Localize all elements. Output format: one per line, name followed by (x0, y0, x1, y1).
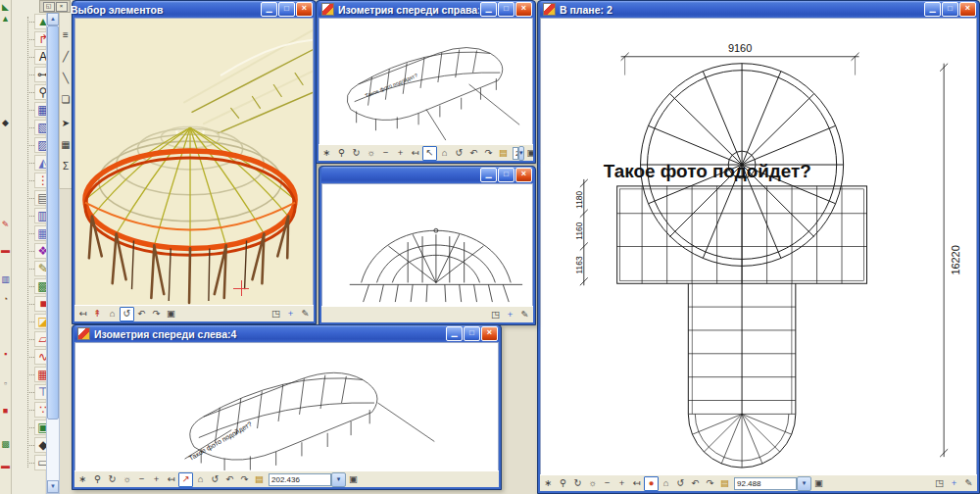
annotate-icon[interactable]: ✎ (298, 307, 313, 321)
lines-icon[interactable]: ≡ (60, 29, 72, 40)
table-icon[interactable]: ▥ (0, 274, 11, 284)
annotate-icon[interactable]: ✎ (517, 308, 532, 322)
pencil-icon[interactable]: ✎ (0, 220, 11, 229)
undo-view-icon[interactable]: ↶ (466, 146, 481, 161)
solids-icon[interactable]: ❏ (60, 94, 72, 105)
pan-icon[interactable]: ↤ (164, 472, 178, 487)
fit-view-icon[interactable]: ∗ (319, 146, 334, 161)
pot-icon[interactable]: ◔ (0, 294, 11, 304)
sum-icon[interactable]: Σ (60, 161, 72, 172)
home-view-icon[interactable]: ⌂ (437, 146, 452, 161)
fit-view-icon[interactable]: ∗ (75, 472, 90, 487)
close-button[interactable]: × (296, 2, 313, 17)
maximize-button[interactable]: □ (942, 2, 958, 17)
zoom-out-icon[interactable]: − (378, 146, 393, 161)
maximize-button[interactable]: □ (278, 2, 295, 17)
open-view-icon[interactable]: ▤ (252, 472, 267, 487)
minimize-button[interactable]: ▁ (480, 2, 497, 17)
render-icon[interactable]: ☼ (585, 476, 600, 491)
viewport-plan[interactable]: 9160 16220 1180 1160 1163 Такое фото под… (540, 18, 977, 474)
pan-icon[interactable]: ↤ (408, 146, 422, 161)
beam-icon[interactable]: ▬ (0, 245, 11, 255)
dropdown-button[interactable]: ▾ (518, 146, 524, 161)
viewports-icon[interactable]: ◳ (932, 476, 947, 491)
draw-line-icon[interactable]: ╱ (60, 51, 72, 62)
viewports-icon[interactable]: ◳ (488, 308, 503, 322)
level-icon[interactable]: ▲ (0, 14, 11, 24)
fit-view-icon[interactable]: ∗ (541, 476, 556, 491)
home-view-icon[interactable]: ⌂ (105, 307, 120, 321)
scroll-down-button[interactable]: ▼ (47, 480, 59, 493)
select-arrow-icon[interactable]: ➤ (60, 118, 72, 128)
zoom-in-icon[interactable]: + (149, 472, 164, 487)
move-window-icon[interactable]: + (283, 307, 298, 321)
dock-panel-button[interactable]: ◱ (43, 2, 55, 12)
bar-icon[interactable]: ▬ (0, 461, 11, 470)
viewport-wireframe-front[interactable] (321, 183, 533, 306)
titlebar[interactable]: В плане: 2 ▁ □ × (540, 1, 977, 18)
rotate-view-icon[interactable]: ↻ (105, 472, 120, 487)
dropdown-button[interactable]: ▾ (331, 472, 346, 487)
zoom-out-icon[interactable]: − (134, 472, 149, 487)
open-view-icon[interactable]: ▤ (496, 146, 511, 161)
maximize-button[interactable]: □ (498, 2, 514, 17)
scroll-up-button[interactable]: ▲ (47, 13, 59, 25)
polyline-icon[interactable]: ╲ (60, 73, 72, 83)
titlebar[interactable]: Изометрия спереди слева:4 ▁ □ × (74, 325, 499, 342)
redo-view-icon[interactable]: ↷ (237, 472, 252, 487)
orbit-icon[interactable]: ↺ (673, 476, 688, 491)
move-window-icon[interactable]: + (947, 476, 961, 491)
close-panel-button[interactable]: × (56, 2, 68, 12)
redo-view-icon[interactable]: ↷ (703, 476, 717, 491)
camera-icon[interactable]: ▣ (164, 307, 178, 321)
orbit-icon[interactable]: ↺ (208, 472, 222, 487)
scale-value-input[interactable]: 202.436 (269, 473, 331, 486)
pan-icon[interactable]: ↤ (629, 476, 644, 491)
minimize-button[interactable]: ▁ (480, 168, 497, 182)
viewport-3d-render[interactable] (74, 18, 314, 305)
mark-icon[interactable]: ● (644, 476, 659, 491)
viewports-icon[interactable]: ◳ (269, 307, 283, 321)
plate-icon[interactable]: ▫ (0, 378, 11, 388)
move-window-icon[interactable]: + (503, 308, 517, 322)
undo-view-icon[interactable]: ↶ (134, 307, 149, 321)
rotate-view-icon[interactable]: ↻ (349, 146, 364, 161)
zoom-icon[interactable]: ⚲ (90, 472, 105, 487)
camera-icon[interactable]: ▣ (346, 472, 361, 487)
redo-view-icon[interactable]: ↷ (149, 307, 164, 321)
annotate-icon[interactable]: ✎ (961, 476, 976, 491)
viewport-wireframe-iso-left[interactable]: Такое фото подойдет? (74, 342, 499, 470)
table-edit-icon[interactable]: ▦ (60, 139, 72, 150)
redo-view-icon[interactable]: ↷ (481, 146, 496, 161)
minimize-button[interactable]: ▁ (261, 2, 277, 17)
open-view-icon[interactable]: ▤ (717, 476, 732, 491)
camera-icon[interactable]: ▣ (811, 476, 826, 491)
zoom-out-icon[interactable]: − (600, 476, 614, 491)
home-view-icon[interactable]: ⌂ (193, 472, 208, 487)
render-icon[interactable]: ☼ (120, 472, 134, 487)
zoom-icon[interactable]: ⚲ (334, 146, 349, 161)
scale-value-input[interactable]: 92.488 (734, 477, 797, 490)
mesh-icon[interactable]: ▩ (0, 439, 11, 449)
node-icon[interactable]: ▪ (0, 349, 11, 359)
zoom-in-icon[interactable]: + (393, 146, 408, 161)
maximize-button[interactable]: □ (498, 168, 514, 182)
minimize-button[interactable]: ▁ (446, 326, 463, 341)
scroll-thumb[interactable] (47, 25, 59, 420)
render-icon[interactable]: ☼ (364, 146, 378, 161)
zoom-icon[interactable]: ⚲ (556, 476, 570, 491)
orbit-icon[interactable]: ↺ (452, 146, 466, 161)
titlebar[interactable]: Выбор элементов ▁ □ × (74, 1, 314, 18)
camera-icon[interactable]: ▣ (524, 146, 533, 161)
origin-icon[interactable]: ◣ (0, 2, 11, 12)
close-button[interactable]: × (515, 168, 532, 182)
close-button[interactable]: × (481, 326, 498, 341)
minimize-button[interactable]: ▁ (924, 2, 941, 17)
undo-view-icon[interactable]: ↶ (222, 472, 237, 487)
titlebar[interactable]: Изометрия спереди справа: 3 ▁ □ × (318, 1, 533, 18)
pan-icon[interactable]: ↤ (75, 307, 90, 321)
solid-icon[interactable]: ◆ (0, 118, 11, 127)
walk-icon[interactable]: ↟ (90, 307, 105, 321)
orbit-icon[interactable]: ↺ (120, 307, 134, 321)
undo-view-icon[interactable]: ↶ (688, 476, 703, 491)
